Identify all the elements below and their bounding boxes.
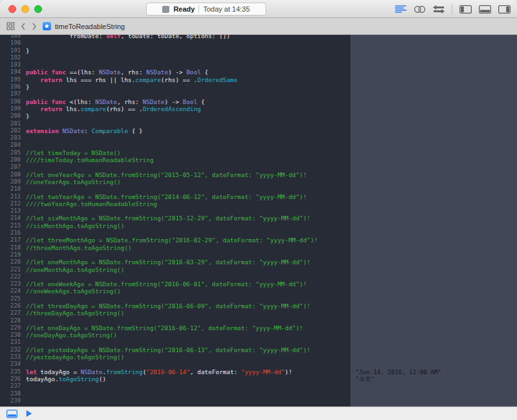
version-editor-icon: [433, 5, 445, 14]
code-text: //oneWeekAgo.toAgoString(): [26, 288, 121, 295]
debug-area-toggle-button[interactable]: [479, 5, 491, 14]
navigator-toggle-button[interactable]: [459, 5, 472, 14]
code-text: //let oneDayAgo = NSDate.fromString("201…: [26, 324, 303, 331]
code-line: 236todayAgo.toAgoString(): [0, 375, 350, 383]
code-text: //sixMonthAgo.toAgoString(): [26, 222, 124, 229]
code-text: //yestodayAgo.toAgoString(): [26, 353, 124, 361]
jump-bar: timeToReadableString: [0, 18, 517, 35]
line-number: 216: [0, 229, 26, 236]
code-line: 209//oneYearAgo.toAgoString(): [0, 178, 350, 185]
code-text: //let threeDayAgo = NSDate.fromString("2…: [26, 302, 310, 310]
code-text: //let oneYearAgo = NSDate.fromString("20…: [26, 171, 307, 178]
code-text: let todayAgo = NSDate.fromString("2016-0…: [26, 368, 292, 375]
line-number: 215: [0, 222, 26, 229]
chevron-left-icon: [21, 23, 26, 30]
code-line: 194public func ==(lhs: NSDate, rhs: NSDa…: [0, 68, 350, 76]
code-text: return lhs.compare(rhs) == .OrderedAscen…: [26, 105, 201, 112]
line-number: 195: [0, 76, 26, 83]
status-divider: [198, 5, 199, 13]
line-number: 217: [0, 236, 26, 244]
code-line: 201: [0, 120, 350, 127]
line-number: 238: [0, 390, 26, 397]
toolbar-buttons: [395, 0, 511, 18]
line-number: 210: [0, 185, 26, 193]
code-line: 233//yestodayAgo.toAgoString(): [0, 353, 350, 361]
code-text: //let twoYearAgo = NSDate.fromString("20…: [26, 193, 307, 200]
code-line: 190: [0, 39, 350, 47]
code-line: 224//oneWeekAgo.toAgoString(): [0, 288, 350, 295]
playground-result[interactable]: "今天": [355, 375, 374, 383]
code-line: 214//let sixMonthAgo = NSDate.fromString…: [0, 215, 350, 222]
code-text: extension NSDate: Comparable { }: [26, 127, 143, 134]
code-line: 238: [0, 390, 350, 397]
code-line: 217//let threeMonthAgo = NSDate.fromStri…: [0, 236, 350, 244]
related-items-button[interactable]: [6, 22, 15, 30]
line-number: 224: [0, 288, 26, 295]
code-line: 234: [0, 361, 350, 368]
line-number: 200: [0, 112, 26, 120]
code-text: }: [26, 112, 30, 120]
code-line: 212////twoYearAgo.toHumanReadableString: [0, 200, 350, 207]
code-line: 215//sixMonthAgo.toAgoString(): [0, 222, 350, 229]
code-line: 218//threeMonthAgo.toAgoString(): [0, 244, 350, 251]
line-number: 235: [0, 368, 26, 375]
code-line: 189 fromDate: self, toDate: toDate, opti…: [0, 35, 350, 39]
code-line: 195 return lhs === rhs || lhs.compare(rh…: [0, 76, 350, 83]
line-number: 236: [0, 375, 26, 383]
playground-result[interactable]: "Jun 14, 2016, 12:00 AM": [355, 368, 441, 375]
back-button[interactable]: [21, 23, 26, 30]
code-line: 193: [0, 61, 350, 68]
debug-toggle-button[interactable]: [6, 410, 17, 418]
line-number: 220: [0, 258, 26, 266]
line-number: 205: [0, 149, 26, 156]
line-number: 218: [0, 244, 26, 251]
assistant-editor-button[interactable]: [414, 5, 426, 14]
status-ready-label: Ready: [173, 5, 195, 13]
code-text: //let yestodayAgo = NSDate.fromString("2…: [26, 346, 310, 353]
line-number: 204: [0, 142, 26, 149]
utilities-toggle-icon: [498, 5, 511, 14]
code-line: 227//threeDayAgo.toAgoString(): [0, 310, 350, 317]
line-number: 194: [0, 68, 26, 76]
line-number: 197: [0, 90, 26, 98]
line-number: 237: [0, 383, 26, 390]
code-line: 205//let timeToday = NSDate(): [0, 149, 350, 156]
line-number: 234: [0, 361, 26, 368]
code-line: 226//let threeDayAgo = NSDate.fromString…: [0, 302, 350, 310]
minimize-button[interactable]: [21, 5, 29, 13]
code-text: public func ==(lhs: NSDate, rhs: NSDate)…: [26, 68, 208, 76]
close-button[interactable]: [8, 5, 16, 13]
code-text: //threeMonthAgo.toAgoString(): [26, 244, 132, 251]
code-text: //let timeToday = NSDate(): [26, 149, 121, 156]
status-time-label: Today at 14:35: [203, 5, 249, 13]
code-editor[interactable]: 189 fromDate: self, toDate: toDate, opti…: [0, 35, 517, 406]
code-text: }: [26, 83, 30, 90]
code-line: 210: [0, 185, 350, 193]
code-line: 199 return lhs.compare(rhs) == .OrderedA…: [0, 105, 350, 112]
toolbar-separator: [452, 4, 452, 14]
line-number: 233: [0, 353, 26, 361]
line-number: 214: [0, 215, 26, 222]
line-number: 212: [0, 200, 26, 207]
code-line: 198public func <(lhs: NSDate, rhs: NSDat…: [0, 98, 350, 105]
run-button[interactable]: [26, 410, 32, 417]
line-number: 202: [0, 127, 26, 134]
forward-button[interactable]: [32, 23, 37, 30]
standard-editor-button[interactable]: [395, 5, 406, 14]
code-text: //threeDayAgo.toAgoString(): [26, 310, 124, 317]
code-line: 206////timeToday.toHumanReadableString: [0, 156, 350, 163]
line-number: 198: [0, 98, 26, 105]
line-number: 232: [0, 346, 26, 353]
line-number: 229: [0, 324, 26, 331]
utilities-toggle-button[interactable]: [498, 5, 511, 14]
related-items-grid-icon: [6, 22, 15, 30]
code-line: 232//let yestodayAgo = NSDate.fromString…: [0, 346, 350, 353]
version-editor-button[interactable]: [433, 5, 445, 14]
jumpbar-file-name: timeToReadableString: [55, 23, 125, 30]
code-line: 216: [0, 229, 350, 236]
line-number: 199: [0, 105, 26, 112]
zoom-button[interactable]: [34, 5, 42, 13]
code-line: 200}: [0, 112, 350, 120]
code-line: 221//oneMonthAgo.toAgoString(): [0, 266, 350, 273]
jumpbar-file-item[interactable]: timeToReadableString: [43, 22, 125, 30]
